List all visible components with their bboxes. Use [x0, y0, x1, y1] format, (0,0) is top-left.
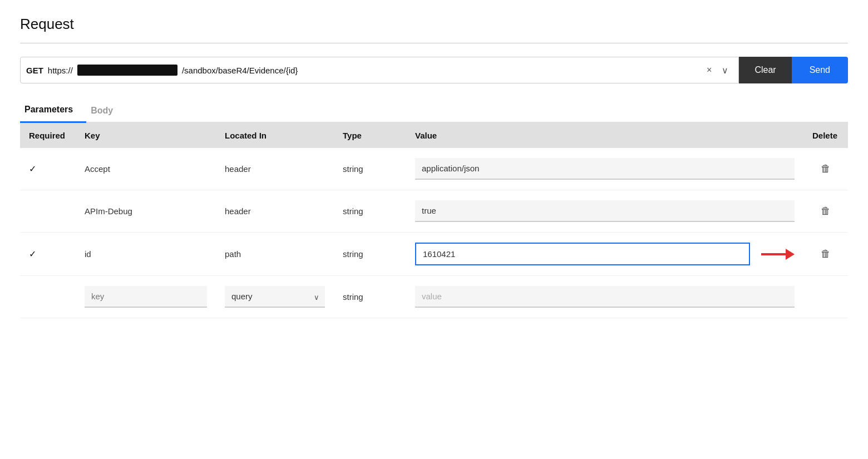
row-required-id: ✓ — [20, 233, 76, 276]
row-delete-apim: 🗑 — [803, 190, 848, 233]
row-type-new: string — [334, 276, 406, 318]
url-clear-icon[interactable]: × — [704, 64, 714, 76]
table-row: ✓ Accept header string 🗑 — [20, 148, 848, 190]
row-delete-id: 🗑 — [803, 233, 848, 276]
checkmark-icon-id: ✓ — [29, 249, 36, 259]
tab-parameters[interactable]: Parameters — [20, 99, 86, 123]
row-key-new — [76, 276, 216, 318]
row-located-accept: header — [216, 148, 334, 190]
url-start: https:// — [48, 66, 73, 75]
table-row: query header path body ∨ string — [20, 276, 848, 318]
send-button[interactable]: Send — [792, 57, 848, 83]
url-bar: GET https:// /sandbox/baseR4/Evidence/{i… — [20, 57, 848, 83]
row-key-apim: APIm-Debug — [76, 190, 216, 233]
key-input-new[interactable] — [85, 286, 207, 308]
delete-button-id[interactable]: 🗑 — [821, 248, 831, 260]
row-value-cell-id — [406, 233, 803, 276]
row-delete-accept: 🗑 — [803, 148, 848, 190]
row-key-id: id — [76, 233, 216, 276]
table-header-row: Required Key Located In Type Value Delet… — [20, 123, 848, 148]
url-icon-group: × ∨ — [704, 64, 733, 77]
row-key-accept: Accept — [76, 148, 216, 190]
checkmark-icon: ✓ — [29, 164, 36, 174]
url-redacted-segment — [77, 65, 177, 76]
row-required-new — [20, 276, 76, 318]
table-row: APIm-Debug header string 🗑 — [20, 190, 848, 233]
row-type-apim: string — [334, 190, 406, 233]
value-with-arrow — [415, 243, 795, 265]
row-value-cell-accept — [406, 148, 803, 190]
table-row: ✓ id path string 🗑 — [20, 233, 848, 276]
header-required: Required — [20, 123, 76, 148]
svg-marker-1 — [786, 249, 795, 260]
url-dropdown-icon[interactable]: ∨ — [719, 64, 731, 77]
delete-button-apim[interactable]: 🗑 — [821, 205, 831, 217]
header-delete: Delete — [803, 123, 848, 148]
page-title: Request — [20, 16, 848, 33]
header-value: Value — [406, 123, 803, 148]
parameters-table: Required Key Located In Type Value Delet… — [20, 123, 848, 318]
tab-bar: Parameters Body — [20, 99, 848, 123]
clear-button[interactable]: Clear — [739, 57, 791, 83]
row-required-accept: ✓ — [20, 148, 76, 190]
url-path: /sandbox/baseR4/Evidence/{id} — [182, 66, 298, 75]
section-divider — [20, 43, 848, 43]
row-located-apim: header — [216, 190, 334, 233]
row-value-cell-apim — [406, 190, 803, 233]
located-select-wrapper: query header path body ∨ — [225, 286, 325, 308]
header-key: Key — [76, 123, 216, 148]
value-input-new[interactable] — [415, 286, 795, 308]
http-method: GET — [26, 66, 43, 75]
located-in-select[interactable]: query header path body — [225, 286, 325, 308]
value-input-id[interactable] — [415, 243, 750, 265]
row-delete-new — [803, 276, 848, 318]
row-located-new: query header path body ∨ — [216, 276, 334, 318]
row-value-cell-new — [406, 276, 803, 318]
header-type: Type — [334, 123, 406, 148]
red-arrow-indicator — [761, 246, 795, 262]
header-located-in: Located In — [216, 123, 334, 148]
row-required-apim — [20, 190, 76, 233]
row-type-accept: string — [334, 148, 406, 190]
row-type-id: string — [334, 233, 406, 276]
delete-button-accept[interactable]: 🗑 — [821, 163, 831, 175]
value-input-accept[interactable] — [415, 158, 795, 180]
value-input-apim[interactable] — [415, 200, 795, 222]
row-located-id: path — [216, 233, 334, 276]
url-input-wrapper: GET https:// /sandbox/baseR4/Evidence/{i… — [20, 57, 739, 83]
tab-body[interactable]: Body — [86, 99, 126, 123]
